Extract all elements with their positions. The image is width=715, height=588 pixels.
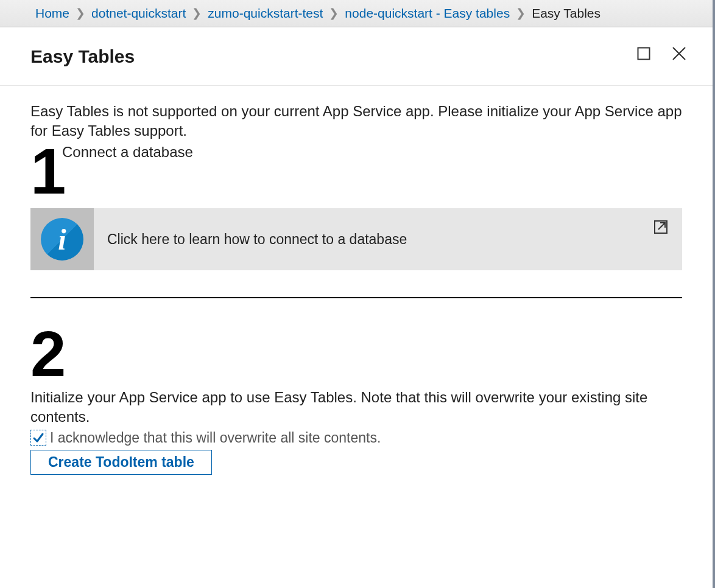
breadcrumb-link-node[interactable]: node-quickstart - Easy tables [341, 6, 513, 21]
step-1-heading: Connect a database [62, 144, 193, 161]
chevron-right-icon: ❯ [73, 6, 88, 20]
blade-panel: Easy Tables Easy Tables is not supported… [0, 27, 713, 588]
page-title: Easy Tables [30, 46, 135, 67]
info-icon: i [41, 218, 83, 261]
chevron-right-icon: ❯ [513, 6, 528, 20]
breadcrumb-link-dotnet[interactable]: dotnet-quickstart [88, 6, 189, 21]
step-2: 2 Initialize your App Service app to use… [30, 325, 682, 474]
chevron-right-icon: ❯ [326, 6, 341, 20]
breadcrumb: Home ❯ dotnet-quickstart ❯ zumo-quicksta… [0, 0, 713, 27]
info-icon-wrap: i [30, 208, 94, 270]
create-todoitem-button[interactable]: Create TodoItem table [30, 450, 212, 475]
ack-row: I acknowledge that this will overwrite a… [30, 430, 682, 446]
step-1-number: 1 [30, 142, 62, 201]
step-1-header: 1 Connect a database [30, 142, 682, 201]
step-2-number: 2 [30, 325, 62, 384]
breadcrumb-current: Easy Tables [528, 6, 604, 21]
connect-database-infobar[interactable]: i Click here to learn how to connect to … [30, 208, 682, 270]
step-divider [30, 297, 682, 298]
external-link-icon [653, 219, 669, 238]
ack-checkbox[interactable] [30, 430, 46, 446]
ack-label: I acknowledge that this will overwrite a… [50, 430, 381, 446]
chevron-right-icon: ❯ [189, 6, 204, 20]
svg-rect-0 [638, 48, 650, 60]
breadcrumb-link-home[interactable]: Home [32, 6, 73, 21]
close-button[interactable] [670, 44, 688, 63]
blade-header: Easy Tables [0, 27, 713, 86]
intro-text: Easy Tables is not supported on your cur… [30, 102, 682, 141]
maximize-button[interactable] [635, 44, 653, 63]
blade-content: Easy Tables is not supported on your cur… [0, 86, 713, 475]
blade-actions [635, 44, 688, 63]
breadcrumb-link-zumo[interactable]: zumo-quickstart-test [204, 6, 326, 21]
step-2-body: Initialize your App Service app to use E… [30, 388, 682, 427]
svg-line-4 [658, 223, 664, 229]
info-text: Click here to learn how to connect to a … [94, 208, 682, 270]
